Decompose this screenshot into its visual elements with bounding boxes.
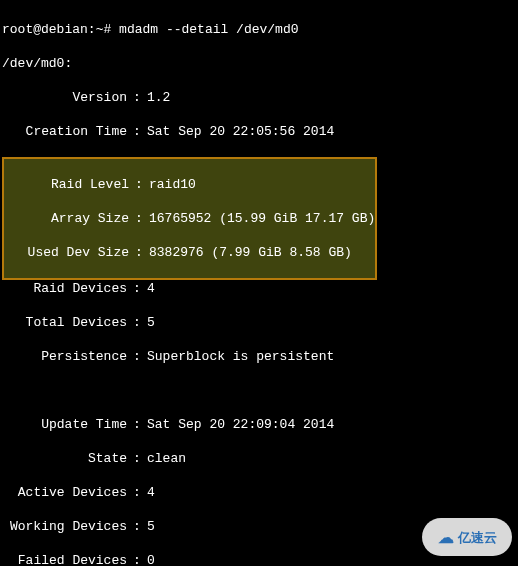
field-active-devices: Active Devices:4 — [2, 484, 516, 501]
field-total-devices: Total Devices:5 — [2, 314, 516, 331]
field-working-devices: Working Devices:5 — [2, 518, 516, 535]
field-persistence: Persistence:Superblock is persistent — [2, 348, 516, 365]
prompt-line: root@debian:~# mdadm --detail /dev/md0 — [2, 21, 516, 38]
field-used-dev-size: Used Dev Size:8382976 (7.99 GiB 8.58 GB) — [4, 244, 375, 261]
field-update-time: Update Time:Sat Sep 20 22:09:04 2014 — [2, 416, 516, 433]
field-array-size: Array Size:16765952 (15.99 GiB 17.17 GB) — [4, 210, 375, 227]
field-raid-devices: Raid Devices:4 — [2, 280, 516, 297]
raid-highlight-box: Raid Level:raid10 Array Size:16765952 (1… — [2, 157, 377, 280]
blank-line — [2, 382, 516, 399]
field-failed-devices: Failed Devices:0 — [2, 552, 516, 566]
prompt-user-host: root@debian:~# — [2, 22, 111, 37]
field-state: State:clean — [2, 450, 516, 467]
field-creation-time: Creation Time:Sat Sep 20 22:05:56 2014 — [2, 123, 516, 140]
terminal-output[interactable]: root@debian:~# mdadm --detail /dev/md0 /… — [0, 0, 518, 566]
device-header: /dev/md0: — [2, 55, 516, 72]
field-version: Version:1.2 — [2, 89, 516, 106]
field-raid-level: Raid Level:raid10 — [4, 176, 375, 193]
command-text: mdadm --detail /dev/md0 — [119, 22, 298, 37]
